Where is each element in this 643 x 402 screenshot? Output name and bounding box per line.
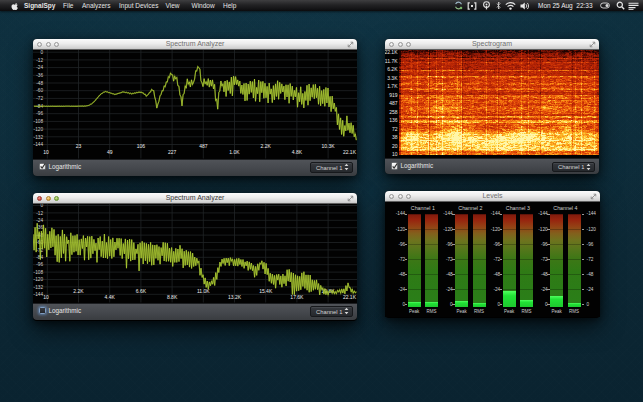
svg-text:-132: -132 <box>34 135 44 140</box>
svg-text:10: 10 <box>43 149 49 155</box>
svg-text:-120: -120 <box>34 277 44 282</box>
svg-text:2.2K: 2.2K <box>261 143 272 149</box>
svg-text:-96: -96 <box>36 262 43 267</box>
svg-text:-36: -36 <box>36 73 43 78</box>
svg-text:-72: -72 <box>36 96 43 101</box>
svg-text:-96: -96 <box>36 111 43 116</box>
svg-text:-144: -144 <box>34 142 44 147</box>
svg-text:2.2K: 2.2K <box>73 288 84 294</box>
svg-text:106: 106 <box>137 143 146 149</box>
svg-text:0: 0 <box>40 50 43 55</box>
svg-text:11.0K: 11.0K <box>197 288 210 294</box>
svg-text:1.0K: 1.0K <box>229 149 240 155</box>
svg-text:10.3K: 10.3K <box>322 143 336 149</box>
svg-text:-120: -120 <box>34 127 44 132</box>
svg-text:17.6K: 17.6K <box>290 294 304 300</box>
svg-text:49: 49 <box>107 149 113 155</box>
svg-text:-108: -108 <box>34 119 44 124</box>
svg-text:8.8K: 8.8K <box>167 294 178 300</box>
svg-text:22.1K: 22.1K <box>343 294 357 300</box>
svg-text:-24: -24 <box>36 218 43 223</box>
svg-text:-108: -108 <box>34 270 44 275</box>
svg-text:4.8K: 4.8K <box>292 149 303 155</box>
svg-text:-48: -48 <box>36 81 43 86</box>
svg-text:-12: -12 <box>36 58 43 63</box>
svg-text:0: 0 <box>40 204 43 208</box>
svg-text:10: 10 <box>43 294 49 300</box>
svg-text:6.6K: 6.6K <box>136 288 147 294</box>
svg-text:4.4K: 4.4K <box>105 294 116 300</box>
svg-text:23: 23 <box>76 143 82 149</box>
svg-text:22.1K: 22.1K <box>343 149 357 155</box>
svg-text:487: 487 <box>199 143 208 149</box>
svg-text:-144: -144 <box>34 292 44 297</box>
svg-text:13.2K: 13.2K <box>228 294 242 300</box>
svg-text:-60: -60 <box>36 88 43 93</box>
svg-text:-132: -132 <box>34 285 44 290</box>
svg-text:15.4K: 15.4K <box>259 288 273 294</box>
svg-text:227: 227 <box>168 149 177 155</box>
svg-text:-24: -24 <box>36 65 43 70</box>
svg-text:-12: -12 <box>36 211 43 216</box>
